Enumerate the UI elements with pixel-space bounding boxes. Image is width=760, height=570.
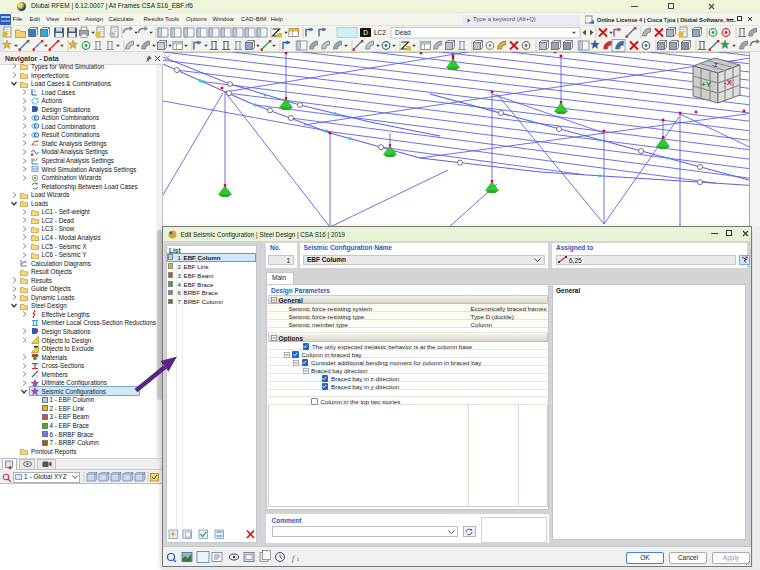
svg-text:t: t <box>297 555 300 563</box>
svg-text:-X: -X <box>724 78 733 87</box>
svg-text:+Y: +Y <box>701 80 712 89</box>
svg-text:LC2: LC2 <box>374 29 386 36</box>
svg-text:D: D <box>363 29 368 36</box>
svg-text:-Z: -Z <box>712 62 718 68</box>
svg-text:Dead: Dead <box>395 29 411 36</box>
svg-text:f: f <box>292 554 296 563</box>
